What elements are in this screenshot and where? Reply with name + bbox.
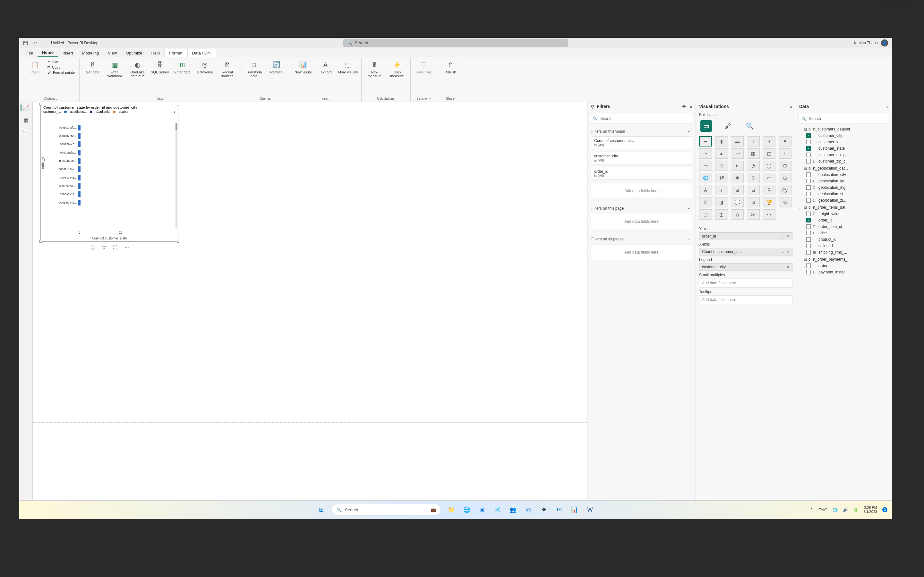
small-multiples-dropzone[interactable]: Add data fields here: [699, 279, 792, 287]
collapse-filters-icon[interactable]: »: [690, 104, 692, 109]
report-canvas[interactable]: Count of customer_state by order_id and …: [33, 102, 587, 500]
explorer-icon[interactable]: 📁: [447, 505, 456, 514]
enter-data-button[interactable]: ⊞Enter data: [173, 59, 192, 74]
viz-type-38[interactable]: ◇: [731, 210, 744, 219]
avatar[interactable]: 👤: [881, 39, 888, 47]
recent-sources-button[interactable]: 🗎Recent sources: [218, 59, 237, 78]
field-product_id[interactable]: product_id: [798, 236, 890, 243]
word-icon[interactable]: W: [585, 505, 595, 514]
collapse-viz-icon[interactable]: »: [790, 104, 792, 109]
viz-type-1[interactable]: ▮: [715, 136, 728, 147]
chevron-down-icon[interactable]: ⌄: [781, 265, 784, 269]
field-order_item_id[interactable]: Σorder_item_id: [798, 223, 890, 230]
viz-type-22[interactable]: ▭: [762, 173, 775, 183]
all-filter-dropzone[interactable]: Add data fields here: [591, 245, 692, 260]
outlook-icon[interactable]: ✉: [554, 505, 564, 514]
tab-home[interactable]: Home: [37, 48, 58, 57]
more-visuals-button[interactable]: ⬚More visuals: [338, 59, 358, 74]
legend-field[interactable]: customer_city⌄✕: [699, 263, 792, 271]
viz-type-9[interactable]: ▦: [747, 148, 760, 159]
edge2-icon[interactable]: ◎: [523, 505, 533, 514]
viz-type-6[interactable]: 〜: [699, 148, 712, 159]
exit-fullscreen-label[interactable]: Exit full screen: [880, 0, 908, 1]
tab-help[interactable]: Help: [147, 49, 165, 57]
viz-type-27[interactable]: ⊟: [747, 185, 760, 195]
viz-type-20[interactable]: ❖: [731, 173, 744, 183]
start-icon[interactable]: ⊞: [317, 505, 326, 514]
page-filter-menu-icon[interactable]: ⋯: [688, 206, 692, 211]
all-filter-menu-icon[interactable]: ⋯: [688, 237, 692, 242]
powerbi-icon[interactable]: 📊: [570, 505, 580, 514]
focus-icon[interactable]: ⛶: [113, 245, 118, 251]
onelake-button[interactable]: ◐OneLake data hub: [128, 59, 148, 78]
viz-type-15[interactable]: ◔: [747, 161, 760, 171]
viz-type-11[interactable]: ⫰: [779, 148, 792, 159]
teams-icon[interactable]: 👥: [508, 505, 518, 514]
legend-scroll-icon[interactable]: ▸: [174, 110, 176, 113]
viz-type-40[interactable]: ⋯: [762, 210, 775, 219]
volume-icon[interactable]: 🔊: [843, 508, 848, 512]
new-visual-button[interactable]: 📊New visual: [293, 59, 313, 74]
tray-chevron-icon[interactable]: ⌃: [810, 508, 813, 512]
redo-icon[interactable]: ↷: [43, 41, 46, 45]
viz-type-16[interactable]: ◯: [762, 161, 775, 171]
field-order_id[interactable]: ✓order_id: [798, 217, 890, 223]
format-visual-mode[interactable]: 🖌: [722, 120, 734, 132]
quick-measure-button[interactable]: ⚡Quick measure: [387, 59, 407, 78]
close-icon[interactable]: ✕: [919, 0, 923, 1]
model-view-icon[interactable]: ⿻: [23, 129, 29, 135]
field-customer_uniq...[interactable]: customer_uniq...: [798, 152, 890, 158]
viz-type-7[interactable]: ▲: [715, 148, 728, 159]
report-view-icon[interactable]: 📈: [21, 105, 29, 111]
more-options-icon[interactable]: ⋯: [124, 245, 129, 251]
viz-type-5[interactable]: ≡: [779, 136, 792, 147]
field-customer_id[interactable]: customer_id: [798, 139, 890, 145]
viz-type-30[interactable]: ⌬: [699, 197, 712, 207]
chevron-down-icon[interactable]: ⌄: [781, 234, 784, 239]
global-search[interactable]: 🔍 Search: [343, 39, 568, 47]
field-freight_value[interactable]: Σfreight_value: [798, 211, 890, 217]
excel-button[interactable]: ▦Excel workbook: [105, 59, 125, 78]
undo-icon[interactable]: ↶: [34, 41, 37, 45]
build-visual-mode[interactable]: ▭: [700, 120, 712, 132]
table-olist_order_payments_...[interactable]: ⌄▦olist_order_payments_...: [798, 256, 890, 263]
tab-insert[interactable]: Insert: [58, 49, 78, 57]
viz-type-13[interactable]: ▯: [715, 161, 728, 171]
collapse-data-icon[interactable]: »: [887, 104, 889, 109]
clock[interactable]: 3:36 PM 8/1/2023: [863, 506, 877, 514]
viz-type-3[interactable]: ⫴: [747, 136, 760, 147]
network-icon[interactable]: 🌐: [833, 508, 838, 512]
field-geolocation_st...[interactable]: geolocation_st...: [798, 191, 890, 197]
remove-icon[interactable]: ✕: [787, 234, 790, 239]
field-geolocation_city[interactable]: geolocation_city: [798, 171, 890, 178]
viz-type-8[interactable]: 〰: [731, 148, 744, 159]
viz-type-35[interactable]: ⧉: [779, 197, 792, 207]
sql-button[interactable]: 🗄SQL Server: [150, 59, 170, 74]
format-painter-button[interactable]: 🖌Format painter: [47, 71, 76, 74]
yaxis-field[interactable]: order_id⌄✕: [699, 232, 792, 240]
tab-modeling[interactable]: Modeling: [78, 49, 103, 57]
get-data-button[interactable]: 🛢Get data: [83, 59, 103, 74]
chevron-down-icon[interactable]: ⌄: [781, 250, 784, 254]
field-customer_zip_c...[interactable]: Σcustomer_zip_c...: [798, 158, 890, 164]
save-icon[interactable]: 💾: [23, 41, 28, 45]
analytics-mode[interactable]: 🔍: [744, 120, 756, 132]
visual-filter-dropzone[interactable]: Add data fields here: [591, 183, 692, 198]
field-customer_state[interactable]: ✓customer_state: [798, 145, 890, 152]
text-box-button[interactable]: AText box: [316, 59, 336, 74]
dataverse-button[interactable]: ◎Dataverse: [195, 59, 215, 74]
chrome-icon[interactable]: 🌐: [462, 505, 472, 514]
visual-stacked-bar[interactable]: Count of customer_state by order_id and …: [40, 104, 178, 242]
viz-type-19[interactable]: 🗺: [715, 173, 728, 183]
copy-button[interactable]: ⧉Copy: [47, 65, 76, 69]
filter-icon[interactable]: ▽: [102, 245, 106, 251]
viz-type-34[interactable]: 🏆: [762, 197, 775, 207]
filters-search[interactable]: 🔍Search: [590, 114, 693, 123]
tab-file[interactable]: File: [22, 49, 37, 57]
refresh-button[interactable]: 🔄Refresh: [267, 59, 286, 74]
cut-button[interactable]: ✂Cut: [47, 60, 76, 64]
viz-type-39[interactable]: ≫: [747, 210, 760, 219]
notification-badge[interactable]: 3: [882, 507, 887, 512]
tab-datadrill[interactable]: Data / Drill: [187, 49, 216, 57]
filter-card-customer-city[interactable]: customer_cityis (All): [591, 152, 692, 164]
